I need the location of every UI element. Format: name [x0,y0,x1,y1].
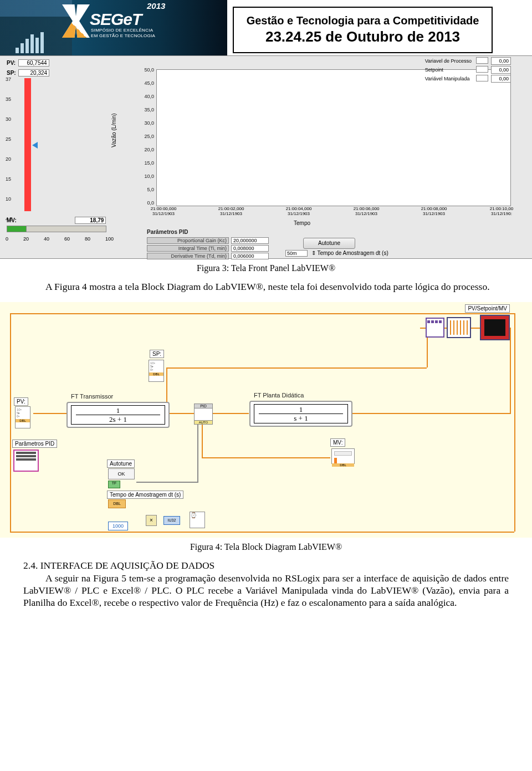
chart-legend: Variavel de Processo0,00 Setpoint0,00 Va… [422,56,512,84]
figure4-caption: Figura 4: Tela Block Diagram LabVIEW® [0,542,532,552]
x-axis-label: Tempo [294,220,310,226]
tf2-den: s + 1 [259,415,343,422]
pv-bar-indicator [24,78,31,211]
brand-sub1: SIMPÓSIO DE EXCELÊNCIA [91,28,153,33]
pid-param-cluster-icon [13,450,39,472]
iu32-cast-icon: IU32 [163,516,180,525]
waveform-chart-icon [480,315,510,340]
labview-block-diagram: PV/Setpoint/MV SP: 10•5▸0• DBL PV: 10•5▸… [0,302,532,538]
sample-time-value[interactable]: 50m [285,250,308,257]
mv-scale: 020 4060 80100 [6,236,114,242]
bd-sp-label: SP: [150,350,164,358]
wait-clock-icon: ⌚ [190,512,205,528]
bd-autotune-label: Autotune [107,459,135,468]
bd-amost-label: Tempo de Amostragem dt (s) [107,491,183,499]
mv-label: MV: [7,217,17,223]
dbl-icon: DBL [108,499,126,508]
banner-graphic: 2013 SEGeT SIMPÓSIO DE EXCELÊNCIA EM GES… [0,0,227,55]
multiply-icon: × [146,515,157,526]
y-scale: 50,045,0 40,035,0 30,025,0 20,015,0 10,0… [139,67,154,213]
tf1-num: 1 [76,407,160,414]
pid-td-label: Derivative Time (Td, min) [147,253,229,259]
bd-top-label: PV/Setpoint/MV [465,304,510,313]
section-2-4-heading: 2.4. INTERFACE DE AQUISIÇÃO DE DADOS [23,560,509,571]
conference-dates: 23.24.25 de Outubro de 2013 [265,28,460,45]
figure3-caption: Figura 3: Tela Front Panel LabVIEW® [0,263,532,273]
paragraph-2: A seguir na Figura 5 tem-se a programaçã… [23,573,509,609]
conference-title: Gestão e Tecnologia para a Competitivida… [247,14,479,27]
y-axis-label: Vazão (L/min) [111,113,117,147]
sample-time: 50m ⇕ Tempo de Amostragem dt (s) [285,250,388,257]
labview-front-panel: PV: 60,7544 SP: 20,324 3735 3025 2015 10… [0,55,532,259]
tf2-title: FT Planta Didática [254,392,304,399]
trend-chart[interactable] [156,69,511,206]
pid-title: Parâmetros PID [147,229,188,235]
pid-kc-label: Proportional Gain (Kc) [147,237,229,244]
pid-td-value[interactable]: 0,006000 [231,253,269,259]
year-badge: 2013 [147,1,165,11]
pv-slider-input[interactable]: 10•5▸0• DBL [15,406,30,428]
page-header: 2013 SEGeT SIMPÓSIO DE EXCELÊNCIA EM GES… [0,0,532,55]
title-box: Gestão e Tecnologia para a Competitivida… [233,7,493,53]
bar-decoration [16,32,44,53]
tf-plant: FT Planta Didática 1 s + 1 [249,401,352,427]
tf1-title: FT Transmissor [71,393,113,400]
sp-slider-input[interactable]: 10•5▸0• DBL [149,360,164,382]
bd-param-label: Parâmetros PID [12,440,57,448]
brand-subtitle: SIMPÓSIO DE EXCELÊNCIA EM GESTÃO E TECNO… [91,28,155,38]
sp-marker-icon[interactable] [32,142,38,149]
mv-value[interactable]: 18,79 [75,217,106,224]
pid-kc-value[interactable]: 20,000000 [231,237,269,244]
pid-ti-value[interactable]: 0,008000 [231,245,269,252]
bundle-icon [426,318,444,338]
sp-value[interactable]: 20,324 [18,69,49,76]
pv-label: PV: [7,60,16,66]
brand-title: SEGeT [90,10,141,29]
vertical-scale: 3735 3025 2015 104,5 [6,77,13,237]
paragraph-1: A Figura 4 mostra a tela Block Diagram d… [23,281,509,293]
autotune-ok[interactable]: OK [108,468,135,479]
pv-value[interactable]: 60,7544 [18,59,49,67]
pv-sp-readout: PV: 60,7544 SP: 20,324 [7,57,109,77]
bd-mv-label: MV: [330,438,345,447]
tf-transmitter: FT Transmissor 1 2s + 1 [66,402,170,428]
pid-auto: AUTO [194,420,213,425]
mv-slider-indicator: DBL [331,448,355,464]
waveform-graph-icon [447,317,471,338]
pid-parameters: Parâmetros PID Proportional Gain (Kc)20,… [147,229,429,258]
brand-sub2: EM GESTÃO E TECNOLOGIA [91,33,155,38]
tf1-den: 2s + 1 [76,416,160,423]
pid-block-icon: AUTO [194,404,213,425]
autotune-button[interactable]: Autotune [303,238,355,249]
tf2-num: 1 [259,406,343,413]
mv-bar-fill [7,226,27,232]
pid-ti-label: Integral Time (Ti, min) [147,245,229,252]
autotune-control[interactable]: OK TF [108,468,141,488]
x-scale: 21:00:00,00031/12/1903 21:00:02,00031/12… [144,207,521,217]
mv-readout: MV: 18,79 [7,217,106,224]
sp-label: SP: [7,70,16,76]
sample-time-label: Tempo de Amostragem dt (s) [317,250,388,256]
autotune-tf: TF [108,481,120,488]
bd-pv-label: PV: [14,397,28,406]
sample-time-control[interactable]: DBL [108,499,126,508]
constant-1000: 1000 [108,522,128,530]
